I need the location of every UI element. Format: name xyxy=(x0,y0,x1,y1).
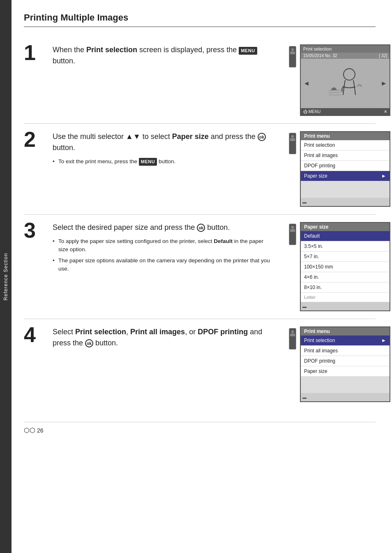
step-1-screen: Print selection 15/05/2014 No. 32 [ 32] … xyxy=(285,44,376,116)
svg-point-2 xyxy=(291,48,294,51)
screen-4-indicator: ▬ xyxy=(302,395,307,400)
step-3-bullet-1: To apply the paper size setting configur… xyxy=(53,237,273,254)
step-2-content: Use the multi selector ▲▼ to select Pape… xyxy=(53,131,273,168)
screen-3-item-3: 100×150 mm xyxy=(301,262,390,272)
svg-rect-8 xyxy=(290,138,295,141)
screen-3-item-default: Default xyxy=(301,231,390,241)
step-3-screen: Paper size Default 3.5×5 in. 5×7 in. 100… xyxy=(285,222,376,311)
screen-2-indicator: ▬ xyxy=(302,200,307,204)
step-4-number: 4 xyxy=(24,324,44,345)
screen-4-title: Print menu xyxy=(301,327,390,336)
screen-1-date: 15/05/2014 No. 32 xyxy=(303,53,337,58)
screen-2-paper-size-label: Paper size xyxy=(304,173,327,179)
step-1-instruction: When the Print selection screen is displ… xyxy=(53,44,273,67)
footer: ⬡⬡ 26 xyxy=(24,422,376,434)
screen-1: Print selection 15/05/2014 No. 32 [ 32] … xyxy=(300,44,390,116)
screen-4-print-selection: Print selection xyxy=(304,338,335,343)
screen-2-item-1: Print selection xyxy=(301,140,390,150)
camera-body-1 xyxy=(285,44,300,69)
screen-4-item-1: Print selection ► xyxy=(301,336,390,346)
camera-body-2 xyxy=(285,131,300,156)
step-4-instruction: Select Print selection, Print all images… xyxy=(53,326,273,349)
step-1-content: When the Print selection screen is displ… xyxy=(53,44,273,71)
screen-1-photo: ◄ xyxy=(301,59,390,108)
screen-2: Print menu Print selection Print all ima… xyxy=(300,131,390,207)
screen-4-item-3: DPOF printing xyxy=(301,356,390,366)
screen-4-arrow: ► xyxy=(381,338,386,343)
step-2-screen: Print menu Print selection Print all ima… xyxy=(285,131,376,207)
menu-kbd-2: MENU xyxy=(139,158,157,166)
screen-2-title: Print menu xyxy=(301,132,390,140)
screen-4: Print menu Print selection ► Print all i… xyxy=(300,326,390,402)
main-content: Printing Multiple Images 1 When the Prin… xyxy=(12,0,392,553)
step-3: 3 Select the desired paper size and pres… xyxy=(24,215,376,319)
menu-button-label-1: MENU xyxy=(239,47,257,55)
camera-icon-4 xyxy=(286,326,299,351)
step-2: 2 Use the multi selector ▲▼ to select Pa… xyxy=(24,124,376,215)
screen-1-topbar: Print selection xyxy=(301,45,390,53)
screen-4-item-2: Print all images xyxy=(301,346,390,356)
side-tab-label: Reference Section xyxy=(3,253,9,301)
camera-body-4 xyxy=(285,326,300,351)
screen-2-empty xyxy=(301,181,390,198)
nav-left-icon: ◄ xyxy=(303,80,310,87)
screen-3: Paper size Default 3.5×5 in. 5×7 in. 100… xyxy=(300,222,390,311)
screen-1-datebar: 15/05/2014 No. 32 [ 32] xyxy=(301,53,390,59)
screen-4-item-4: Paper size xyxy=(301,366,390,377)
svg-point-12 xyxy=(291,226,294,229)
screen-2-item-3: DPOF printing xyxy=(301,161,390,171)
side-tab: Reference Section xyxy=(0,0,12,553)
screen-1-bottom-left: ⏻ MENU xyxy=(303,109,321,114)
step-1-number: 1 xyxy=(24,42,44,63)
step-2-bullets: To exit the print menu, press the MENU b… xyxy=(53,157,273,166)
screen-4-bottom: ▬ xyxy=(301,393,390,401)
svg-rect-11 xyxy=(290,229,295,232)
screen-3-item-1: 3.5×5 in. xyxy=(301,241,390,252)
ok-button-3: ok xyxy=(197,224,205,232)
svg-rect-1 xyxy=(290,51,295,54)
camera-icon-2 xyxy=(286,131,299,156)
screen-3-item-4: 4×6 in. xyxy=(301,272,390,282)
screen-1-count: [ 32] xyxy=(379,53,387,58)
screen-2-item-2: Print all images xyxy=(301,150,390,161)
footer-page: 26 xyxy=(37,427,44,434)
page-title: Printing Multiple Images xyxy=(24,12,376,27)
photo-sketch xyxy=(327,66,364,101)
screen-1-bottom-right: ✕ xyxy=(384,109,387,114)
svg-line-5 xyxy=(329,92,341,93)
screen-2-arrow: ► xyxy=(381,173,386,179)
step-3-bullet-2: The paper size options available on the … xyxy=(53,257,273,273)
svg-point-3 xyxy=(344,69,355,80)
ok-button-4: ok xyxy=(85,339,93,347)
screen-3-item-6: Letter xyxy=(301,293,390,302)
svg-line-4 xyxy=(329,90,341,91)
screen-3-item-5: 8×10 in. xyxy=(301,282,390,293)
svg-point-9 xyxy=(291,135,294,138)
screen-4-empty xyxy=(301,377,390,393)
screen-3-indicator: ▬ xyxy=(302,304,307,309)
svg-rect-14 xyxy=(290,333,295,336)
step-2-instruction: Use the multi selector ▲▼ to select Pape… xyxy=(53,131,273,153)
screen-1-bottombar: ⏻ MENU ✕ xyxy=(301,108,390,115)
screen-1-label: Print selection xyxy=(303,46,332,51)
step-4-content: Select Print selection, Print all images… xyxy=(53,326,273,353)
svg-point-15 xyxy=(291,330,294,333)
ok-button-2: ok xyxy=(258,133,266,141)
step-4: 4 Select Print selection, Print all imag… xyxy=(24,319,376,410)
footer-icon: ⬡⬡ xyxy=(24,426,35,434)
screen-3-item-2: 5×7 in. xyxy=(301,252,390,262)
step-3-number: 3 xyxy=(24,220,44,241)
camera-body-3 xyxy=(285,222,300,247)
step-3-content: Select the desired paper size and press … xyxy=(53,222,273,275)
step-3-bullets: To apply the paper size setting configur… xyxy=(53,237,273,273)
camera-icon-3 xyxy=(286,222,299,247)
screen-2-item-4: Paper size ► xyxy=(301,171,390,181)
step-2-bullet-1: To exit the print menu, press the MENU b… xyxy=(53,157,273,166)
screen-3-bottom: ▬ xyxy=(301,302,390,310)
step-1: 1 When the Print selection screen is dis… xyxy=(24,37,376,124)
screen-3-title: Paper size xyxy=(301,223,390,231)
step-4-screen: Print menu Print selection ► Print all i… xyxy=(285,326,376,402)
screen-2-bottom: ▬ xyxy=(301,198,390,206)
step-3-instruction: Select the desired paper size and press … xyxy=(53,222,273,233)
camera-icon-1 xyxy=(286,44,299,69)
